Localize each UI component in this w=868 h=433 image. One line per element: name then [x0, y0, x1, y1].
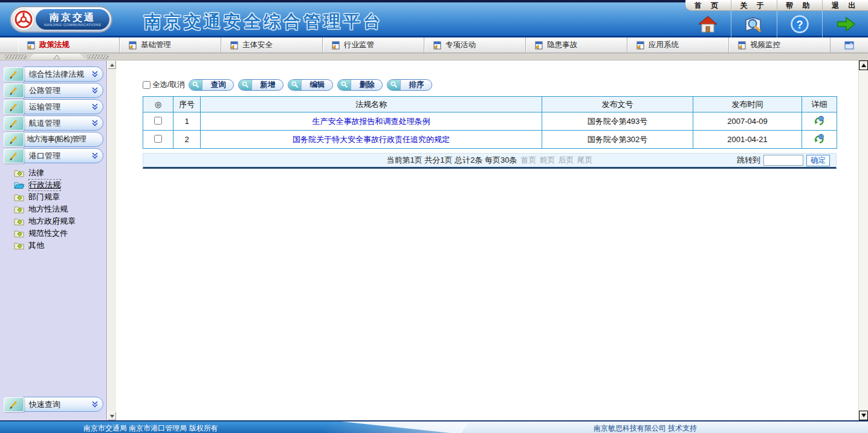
magnifier-icon [239, 80, 252, 90]
sidebar-group-local-maritime[interactable]: 地方海事(船检)管理 [4, 131, 103, 148]
document-icon [129, 41, 137, 50]
menu-help[interactable]: 帮 助 [777, 0, 823, 10]
detail-icon[interactable] [802, 112, 837, 131]
folder-icon [14, 193, 24, 201]
detail-icon[interactable] [802, 131, 837, 149]
law-link[interactable]: 国务院关于特大安全事故行政责任追究的规定 [293, 135, 450, 144]
scroll-up-icon[interactable] [859, 60, 868, 70]
tab-industry-supervision[interactable]: 行业监管 [323, 37, 424, 53]
button-label: 新增 [252, 80, 283, 90]
sidebar-group-waterway-management[interactable]: 航道管理 [4, 115, 103, 131]
sidebar: 综合性法律法规 公路管理 运输管理 航道管理 地方海事(船检)管理 港口管理 法… [0, 60, 107, 420]
sidebar-item-local-government-rules[interactable]: 地方政府规章 [0, 215, 106, 227]
last-page-link[interactable]: 尾页 [577, 155, 593, 166]
tab-hazard-accidents[interactable]: 隐患事故 [526, 37, 627, 53]
help-icon[interactable]: ? [777, 11, 823, 37]
scroll-down-icon[interactable] [859, 411, 868, 420]
document-icon [535, 41, 543, 50]
footer-copyright: 南京市交通局 南京市港口管理局 版权所有 [83, 423, 218, 433]
group-label: 航道管理 [29, 118, 92, 129]
notes-pencil-icon [4, 100, 24, 114]
magnifier-icon [387, 80, 401, 90]
item-label: 法律 [28, 168, 44, 178]
menu-about[interactable]: 关 于 [731, 0, 777, 10]
sidebar-group-comprehensive-laws[interactable]: 综合性法律法规 [4, 66, 103, 82]
folder-icon [14, 229, 24, 238]
group-label: 综合性法律法规 [29, 69, 92, 80]
splitter-hatch [87, 54, 109, 59]
header-name: 法规名称 [201, 97, 542, 112]
document-icon [332, 41, 340, 50]
sort-button[interactable]: 排序 [387, 79, 432, 91]
sidebar-scrollbar[interactable] [107, 60, 116, 420]
tab-basic-management[interactable]: 基础管理 [120, 37, 221, 53]
header-date: 发布时间 [693, 97, 802, 112]
document-icon [27, 41, 35, 50]
header-detail: 详细 [802, 97, 837, 112]
sidebar-item-department-rules[interactable]: 部门规章 [0, 191, 106, 203]
tab-special-activities[interactable]: 专项活动 [424, 37, 526, 53]
button-label: 编辑 [302, 80, 332, 90]
select-all-checkbox[interactable] [143, 81, 151, 89]
row-date: 2001-04-21 [693, 131, 802, 149]
menu-exit[interactable]: 退 出 [822, 0, 868, 10]
tab-policy-regulations[interactable]: 政策法规 [18, 37, 120, 53]
sidebar-group-port-management[interactable]: 港口管理 [4, 148, 103, 164]
top-menu-labels: 首 页 关 于 帮 助 退 出 [685, 0, 868, 11]
sidebar-group-quick-query[interactable]: 快速查询 [4, 396, 103, 412]
chevron-down-icon [92, 120, 98, 126]
nanjing-communications-emblem-icon [13, 8, 34, 30]
item-label: 部门规章 [28, 192, 60, 203]
sidebar-group-highway-management[interactable]: 公路管理 [4, 82, 103, 99]
next-page-link[interactable]: 后页 [559, 155, 574, 166]
folder-icon [14, 205, 24, 213]
group-label: 港口管理 [29, 151, 92, 161]
scroll-up-icon[interactable] [108, 60, 116, 69]
magnifier-icon [189, 80, 202, 90]
prev-page-link[interactable]: 前页 [540, 155, 555, 166]
first-page-link[interactable]: 首页 [521, 155, 537, 166]
row-checkbox[interactable] [154, 135, 162, 143]
tab-label: 隐患事故 [547, 40, 577, 50]
exit-icon[interactable] [822, 11, 868, 37]
sidebar-item-normative-documents[interactable]: 规范性文件 [0, 227, 106, 239]
document-icon [230, 41, 238, 50]
app-header: 南京交通 NANJING COMMUNICATIONS 南京交通安全综合管理平台… [0, 0, 868, 37]
tab-subject-safety[interactable]: 主体安全 [221, 37, 323, 53]
jump-confirm-button[interactable]: 确定 [806, 155, 830, 166]
button-label: 删除 [351, 80, 382, 90]
sidebar-item-laws[interactable]: 法律 [0, 167, 106, 179]
page-scrollbar[interactable] [858, 60, 868, 420]
add-button[interactable]: 新增 [238, 79, 283, 91]
notes-pencil-icon [4, 83, 24, 98]
select-all-toggle[interactable]: 全选/取消 [143, 80, 184, 90]
tab-label: 视频监控 [750, 40, 780, 50]
magnifier-icon [338, 80, 351, 90]
tab-label: 行业监管 [344, 40, 374, 50]
about-icon[interactable] [731, 11, 777, 37]
tab-label: 政策法规 [39, 40, 70, 50]
scroll-down-icon[interactable] [108, 412, 116, 420]
footer-tech-support: 南京敏思科技有限公司 技术支持 [594, 423, 697, 433]
law-link[interactable]: 生产安全事故报告和调查处理条例 [313, 117, 430, 126]
row-checkbox[interactable] [154, 117, 162, 125]
select-all-label: 全选/取消 [152, 80, 184, 90]
jump-page-input[interactable] [763, 155, 803, 166]
main-content: 全选/取消 查询 新增 编辑 删除 排序 [116, 60, 858, 420]
magnifier-icon [288, 80, 302, 90]
sidebar-group-transport-management[interactable]: 运输管理 [4, 99, 103, 115]
sidebar-collapse-handle[interactable] [5, 54, 112, 60]
menu-home[interactable]: 首 页 [685, 0, 731, 10]
sidebar-item-administrative-regulations[interactable]: 行政法规 [0, 179, 106, 191]
delete-button[interactable]: 删除 [337, 79, 383, 91]
sidebar-item-others[interactable]: 其他 [0, 239, 106, 252]
edit-button[interactable]: 编辑 [288, 79, 333, 91]
chevron-down-icon [92, 152, 98, 159]
notes-pencil-icon [4, 116, 24, 131]
tab-label: 主体安全 [242, 40, 273, 50]
home-icon[interactable] [685, 11, 731, 37]
sidebar-item-local-regulations[interactable]: 地方性法规 [0, 203, 106, 215]
query-button[interactable]: 查询 [189, 79, 234, 91]
item-label: 地方性法规 [28, 204, 68, 215]
row-doc-no: 国务院令第493号 [542, 112, 693, 131]
